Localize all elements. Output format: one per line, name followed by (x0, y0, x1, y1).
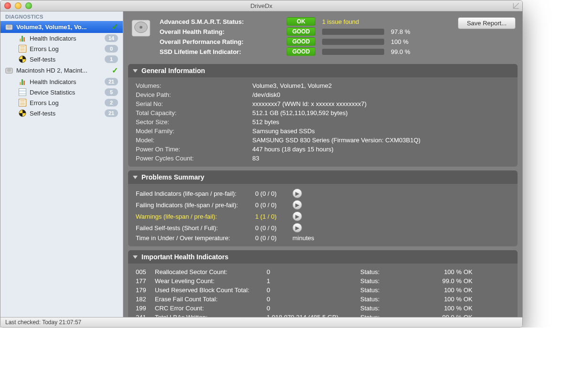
indicator-row: 179Used Reserved Block Count Total:0Stat… (136, 286, 510, 295)
top-row-label: Overall Performance Rating: (160, 38, 280, 45)
indicator-id: 179 (136, 286, 153, 294)
detail-button[interactable]: ▶ (292, 212, 302, 221)
sidebar-child-item[interactable]: Errors Log0 (0, 43, 123, 54)
pie-icon (19, 55, 26, 63)
indicator-value: 0 (267, 296, 358, 303)
sidebar: DIAGNOSTICS Volume3, Volume1, Vo...✓Heal… (0, 11, 123, 317)
info-row: Power On Time:447 hours (18 days 15 hour… (136, 145, 510, 154)
indicator-percent: 100 % (437, 296, 462, 303)
window-title: DriveDx (0, 2, 522, 10)
sidebar-child-item[interactable]: Health Indicators14 (0, 33, 123, 43)
detail-button[interactable]: ▶ (292, 223, 302, 233)
top-status-row: Overall Health Rating:GOOD97.8 % (160, 27, 450, 36)
drive-icon (5, 23, 13, 31)
sidebar-child-item[interactable]: Self-tests21 (0, 108, 123, 118)
indicator-status-label: Status: (360, 277, 385, 285)
app-window: DriveDx DIAGNOSTICS Volume3, Volume1, Vo… (0, 0, 523, 328)
info-row: Total Capacity:512.1 GB (512,110,190,592… (136, 108, 510, 117)
indicator-row: 005Reallocated Sector Count:0Status:100 … (136, 267, 510, 276)
indicator-name: CRC Error Count: (155, 305, 265, 312)
section-title: Problems Summary (141, 173, 205, 181)
problem-key: Time in Under / Over temperature: (136, 234, 252, 242)
info-row: Device Path:/dev/disk0 (136, 90, 510, 99)
percent-value: 97.8 % (391, 28, 417, 35)
problem-row: Time in Under / Over temperature:0 (0 / … (136, 233, 510, 243)
sidebar-item-label: Errors Log (30, 99, 101, 106)
indicator-name: Reallocated Sector Count: (155, 268, 265, 275)
section-header-indicators[interactable]: Important Health Indicators (128, 250, 518, 264)
resize-icon[interactable] (513, 2, 519, 9)
info-key: Device Path: (136, 91, 252, 98)
progress-bar (322, 49, 384, 55)
info-value: xxxxxxxx7 (WWN Id: x xxxxxx xxxxxxxx7) (252, 100, 367, 107)
titlebar: DriveDx (0, 0, 522, 11)
info-value: 447 hours (18 days 15 hours) (252, 146, 334, 153)
svg-point-1 (7, 25, 11, 28)
status-badge: GOOD (287, 27, 315, 36)
count-pill: 0 (105, 45, 118, 53)
indicator-status-label: Status: (360, 296, 385, 303)
info-key: Sector Size: (136, 118, 252, 126)
indicator-row: 199CRC Error Count:0Status:100 %OK (136, 304, 510, 313)
indicator-status-label: Status: (360, 314, 385, 317)
sidebar-list: Volume3, Volume1, Vo...✓Health Indicator… (0, 21, 123, 118)
problem-key: Warnings (life-span / pre-fail): (136, 213, 252, 220)
sidebar-child-item[interactable]: Errors Log2 (0, 97, 123, 108)
detail-button[interactable]: ▶ (292, 189, 302, 198)
indicator-name: Total LBAs Written: (155, 314, 265, 317)
sidebar-child-item[interactable]: Health Indicators21 (0, 76, 123, 87)
section-problems: Problems Summary Failed Indicators (life… (128, 170, 518, 246)
problem-value: 0 (0 / 0) (255, 190, 290, 197)
info-value: /dev/disk0 (252, 91, 281, 98)
disclosure-triangle-icon[interactable] (133, 176, 138, 179)
info-row: Serial No:xxxxxxxx7 (WWN Id: x xxxxxx xx… (136, 99, 510, 108)
info-value: Samsung based SSDs (252, 127, 315, 135)
problem-value: 0 (0 / 0) (255, 234, 290, 242)
problem-value: 0 (0 / 0) (255, 224, 290, 232)
indicator-value: 1,018,070,214 (485.5 GB) (267, 314, 358, 317)
count-pill: 1 (105, 55, 118, 63)
count-pill: 14 (105, 34, 118, 42)
check-icon: ✓ (112, 66, 118, 75)
problems-body: Failed Indicators (life-span / pre-fail)… (128, 184, 518, 246)
section-header-problems[interactable]: Problems Summary (128, 170, 518, 184)
log-icon (19, 99, 26, 106)
indicator-percent: 100 % (437, 305, 462, 312)
indicator-id: 199 (136, 305, 153, 312)
indicator-percent: 100 % (437, 268, 462, 275)
problem-row: Failed Self-tests (Short / Full):0 (0 / … (136, 222, 510, 233)
indicator-status-label: Status: (360, 305, 385, 312)
problem-key: Failed Indicators (life-span / pre-fail)… (136, 190, 252, 197)
top-rows: Advanced S.M.A.R.T. Status:OK1 issue fou… (160, 17, 450, 57)
section-title: General Information (141, 67, 205, 74)
detail-button[interactable]: ▶ (292, 200, 302, 210)
section-header-general[interactable]: General Information (128, 64, 518, 77)
issue-text: 1 issue found (322, 18, 359, 25)
info-key: Volumes: (136, 82, 252, 89)
info-value: 83 (252, 155, 259, 162)
status-badge: OK (287, 17, 315, 26)
save-report-button[interactable]: Save Report... (458, 17, 516, 29)
top-row-label: Advanced S.M.A.R.T. Status: (160, 18, 280, 25)
top-row-label: SSD Lifetime Left Indicator: (160, 48, 280, 55)
sidebar-item-label: Self-tests (30, 110, 101, 117)
info-key: Model Family: (136, 127, 252, 135)
indicator-ok: OK (464, 277, 479, 285)
sidebar-child-item[interactable]: Self-tests1 (0, 54, 123, 64)
info-value: SAMSUNG SSD 830 Series (Firmware Version… (252, 137, 421, 144)
sidebar-item-label: Errors Log (30, 45, 101, 53)
indicator-status-label: Status: (360, 286, 385, 294)
problem-key: Failing Indicators (life-span / pre-fail… (136, 201, 252, 209)
sidebar-drive-item[interactable]: Volume3, Volume1, Vo...✓ (0, 21, 123, 33)
indicator-id: 241 (136, 314, 153, 317)
main-panel[interactable]: Advanced S.M.A.R.T. Status:OK1 issue fou… (123, 11, 522, 317)
sidebar-drive-item[interactable]: Macintosh HD 2, Macint...✓ (0, 64, 123, 76)
drive-large-icon (130, 17, 152, 41)
disclosure-triangle-icon[interactable] (133, 255, 138, 259)
count-pill: 5 (105, 88, 118, 96)
problem-value: 0 (0 / 0) (255, 201, 290, 209)
disclosure-triangle-icon[interactable] (133, 69, 138, 73)
top-status-row: Overall Performance Rating:GOOD100 % (160, 37, 450, 46)
sidebar-child-item[interactable]: Device Statistics5 (0, 87, 123, 97)
sidebar-header: DIAGNOSTICS (0, 11, 123, 21)
